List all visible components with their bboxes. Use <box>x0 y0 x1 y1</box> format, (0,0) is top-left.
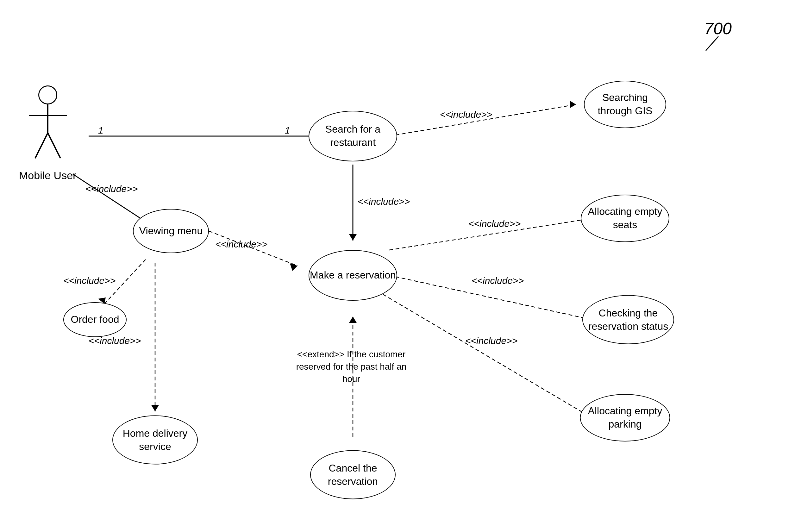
include-viewing-order: <<include>> <box>63 276 115 286</box>
usecase-viewing-menu: Viewing menu <box>133 209 209 253</box>
include-search-gis: <<include>> <box>440 109 492 120</box>
diagram: 700 <box>0 0 795 532</box>
svg-line-16 <box>383 294 592 418</box>
include-make-seats: <<include>> <box>468 218 520 229</box>
svg-line-20 <box>706 36 718 51</box>
usecase-make-reservation: Make a reservation <box>308 250 397 301</box>
multiplicity-actor: 1 <box>98 125 103 136</box>
include-viewing-home: <<include>> <box>89 336 141 346</box>
usecase-order-food: Order food <box>63 302 127 337</box>
svg-marker-3 <box>570 101 576 108</box>
include-viewing-make: <<include>> <box>215 239 267 250</box>
usecase-cancel-reservation: Cancel the reservation <box>310 450 396 499</box>
include-actor-viewing: <<include>> <box>86 184 138 194</box>
actor-mobile-user: Mobile User <box>19 86 76 182</box>
svg-marker-7 <box>290 263 298 271</box>
usecase-search-restaurant: Search for a restaurant <box>308 111 397 162</box>
usecase-home-delivery: Home delivery service <box>112 416 198 464</box>
include-search-make: <<include>> <box>358 196 410 207</box>
svg-line-24 <box>48 133 60 158</box>
svg-marker-11 <box>151 405 159 412</box>
usecase-searching-gis: Searching through GIS <box>584 81 666 128</box>
extend-label-cancel: <<extend>> If the customer reserved for … <box>291 348 412 385</box>
actor-label: Mobile User <box>19 169 76 182</box>
usecase-checking-status: Checking the reservation status <box>582 295 674 344</box>
svg-line-23 <box>35 133 48 158</box>
actor-body-svg <box>26 104 70 162</box>
multiplicity-uc: 1 <box>285 125 290 136</box>
svg-marker-19 <box>349 317 357 323</box>
figure-number: 700 <box>704 19 732 38</box>
include-make-parking: <<include>> <box>465 336 517 346</box>
usecase-allocating-parking: Allocating empty parking <box>580 394 670 441</box>
svg-marker-5 <box>349 234 357 241</box>
include-make-checking: <<include>> <box>472 276 524 286</box>
usecase-allocating-seats: Allocating empty seats <box>581 195 669 242</box>
actor-head <box>38 86 57 104</box>
